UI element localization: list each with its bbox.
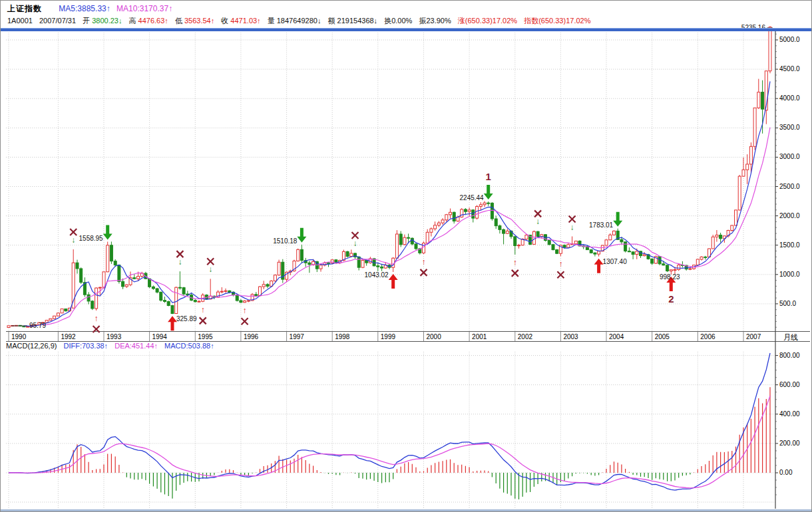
candle-body	[769, 27, 771, 71]
candle-body	[514, 237, 516, 246]
price-peak-label: 1783.01	[589, 221, 614, 229]
candle-body	[411, 238, 413, 244]
x-axis-year-label: 1999	[381, 333, 396, 340]
macd-axis-label: 400.00	[779, 410, 800, 418]
small-down-arrow: ↓	[71, 235, 75, 245]
candle-body	[122, 281, 124, 287]
candle-body	[749, 146, 752, 164]
candle-body	[506, 231, 508, 233]
y-axis-label: 1000.0	[779, 271, 800, 278]
period-label[interactable]: 月线	[783, 332, 798, 342]
candle-body	[346, 251, 349, 256]
candle-body	[220, 291, 223, 292]
candle-body	[445, 215, 448, 220]
candle-body	[441, 220, 444, 223]
candle-body	[430, 229, 433, 232]
index-change-value: 指数(650.33)17.02%	[524, 17, 590, 25]
candle-body	[495, 219, 497, 226]
x-axis-year-label: 1996	[244, 333, 259, 340]
stock-code: 1A0001	[7, 17, 33, 25]
candlestick-chart-canvas[interactable]: 5000.04500.04000.03500.03000.02500.02000…	[1, 1, 812, 512]
price-low-label: 998.23	[660, 273, 680, 281]
candle-body	[753, 108, 756, 146]
x-axis-year-label: 2003	[563, 333, 578, 340]
high-label: 高	[129, 17, 136, 25]
candle-body	[194, 301, 196, 302]
ma10-value: MA10:3170.37↑	[116, 4, 172, 13]
candle-body	[567, 245, 570, 247]
price-low-label: 1307.40	[603, 258, 628, 265]
high-value: 4476.63↑	[138, 17, 168, 25]
macd-axis-label: 600.00	[779, 381, 800, 388]
sell-signal-arrow	[103, 225, 112, 240]
small-down-arrow: ↓	[536, 217, 540, 226]
candle-body	[95, 288, 98, 309]
buy-signal-arrow	[389, 274, 398, 289]
candle-body	[49, 319, 52, 320]
candle-body	[7, 326, 10, 328]
amount-value: 219154368↓	[337, 17, 378, 25]
candle-body	[300, 249, 303, 260]
x-axis-year-label: 1990	[11, 333, 27, 340]
candle-body	[746, 164, 749, 170]
diff-line	[9, 353, 770, 490]
candle-body	[536, 231, 539, 236]
header-divider	[1, 28, 812, 31]
candle-body	[102, 272, 105, 287]
small-down-arrow: ↓	[208, 265, 212, 274]
candle-body	[57, 313, 59, 316]
candle-body	[164, 301, 166, 302]
candle-body	[674, 270, 676, 271]
close-value: 4471.03↑	[230, 17, 260, 25]
candle-body	[240, 301, 242, 303]
candle-body	[518, 245, 520, 246]
candle-body	[297, 249, 300, 261]
small-up-arrow: ↑	[558, 259, 562, 269]
candle-body	[175, 287, 178, 313]
quote-date: 2007/07/31	[39, 17, 76, 25]
x-axis-year-label: 2000	[427, 333, 442, 340]
candle-body	[247, 301, 250, 301]
candle-body	[91, 301, 94, 309]
series-start-label: 95.79	[29, 322, 46, 329]
candle-body	[574, 241, 577, 244]
candle-body	[499, 226, 501, 230]
candle-body	[613, 231, 616, 235]
candle-body	[598, 251, 600, 254]
candle-body	[171, 306, 174, 314]
candle-body	[719, 235, 722, 239]
candle-body	[198, 301, 200, 302]
candle-body	[399, 234, 402, 245]
candle-body	[255, 295, 258, 296]
candle-body	[700, 257, 703, 259]
candle-body	[662, 264, 665, 265]
candle-body	[125, 285, 128, 287]
price-low-label: 325.89	[176, 315, 197, 322]
x-axis-year-label: 1994	[152, 333, 168, 340]
close-label: 收	[221, 17, 228, 25]
candle-body	[696, 259, 699, 265]
open-value: 3800.23↓	[92, 17, 122, 25]
candle-body	[711, 237, 714, 249]
candle-body	[590, 250, 592, 253]
buy-signal-arrow	[168, 316, 177, 330]
candle-body	[548, 241, 550, 245]
candle-body	[620, 239, 623, 242]
small-up-arrow: ↑	[243, 306, 247, 315]
ma5-line	[24, 81, 770, 326]
candle-body	[327, 263, 330, 263]
x-axis-year-label: 1992	[61, 333, 76, 340]
x-axis-year-label: 1993	[106, 333, 122, 340]
candle-body	[110, 245, 112, 261]
candle-body	[278, 262, 280, 275]
x-axis-year-label: 1997	[290, 333, 305, 340]
candle-body	[87, 295, 90, 301]
candle-body	[472, 210, 475, 218]
candle-body	[491, 203, 493, 219]
candle-body	[735, 210, 737, 225]
candle-body	[76, 263, 79, 269]
candle-body	[742, 170, 745, 176]
small-up-arrow: ↑	[513, 258, 517, 267]
candle-body	[27, 326, 29, 327]
macd-value: MACD:503.88↑	[164, 342, 214, 350]
